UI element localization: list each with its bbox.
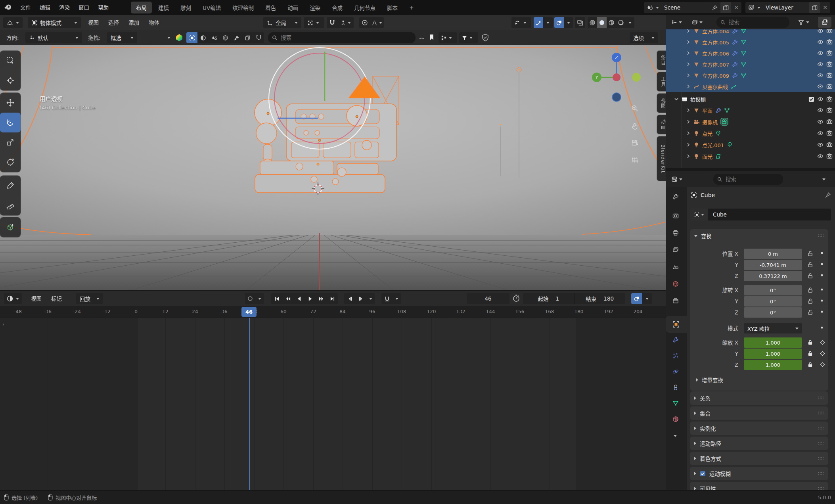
frame-step-dropdown[interactable]: [366, 293, 375, 304]
arc-icon[interactable]: [419, 34, 425, 40]
tool-cursor[interactable]: [0, 71, 21, 90]
properties-tab-material[interactable]: [672, 416, 679, 422]
proportional-falloff-dropdown[interactable]: [370, 17, 384, 28]
outliner-row[interactable]: 点光.001: [666, 139, 835, 150]
outliner-row[interactable]: 面光: [666, 151, 835, 162]
lock-closed-icon[interactable]: [807, 362, 813, 368]
workspace-tab[interactable]: 纹理绘制: [227, 2, 259, 13]
shading-wireframe-button[interactable]: [588, 17, 597, 28]
topbar-menu-item[interactable]: 窗口: [74, 0, 94, 15]
close-icon[interactable]: ✕: [734, 4, 739, 11]
properties-tab-render[interactable]: [672, 213, 679, 219]
prev-frame-button[interactable]: [344, 293, 355, 304]
properties-tab-scene[interactable]: [672, 264, 679, 270]
breadcrumb-object-name[interactable]: Cube: [701, 192, 821, 198]
timeline-overlays-dropdown[interactable]: [642, 293, 652, 304]
pin-icon[interactable]: [712, 5, 718, 11]
pan-hand-icon[interactable]: [630, 121, 640, 131]
workspace-tab[interactable]: 渲染: [305, 2, 326, 13]
channel-expand-arrow[interactable]: ›: [2, 321, 4, 327]
properties-tab-particles[interactable]: [672, 353, 679, 359]
lock-open-icon[interactable]: [807, 251, 813, 257]
properties-editor-dropdown[interactable]: [669, 174, 685, 185]
outliner-row[interactable]: 立方体.005: [666, 36, 835, 48]
next-frame-button[interactable]: [355, 293, 366, 304]
transform-value-field[interactable]: 0 m: [744, 249, 802, 259]
hierarchy-dropdown[interactable]: [439, 32, 457, 43]
collapsed-panel[interactable]: 可见性: [690, 482, 828, 490]
toggle-fluid-icon[interactable]: [209, 32, 220, 43]
transform-orientation-dropdown[interactable]: 全局: [263, 17, 301, 28]
viewport-menu-item[interactable]: 视图: [83, 15, 103, 30]
properties-tab-collection[interactable]: [672, 298, 679, 304]
toggle-world-icon[interactable]: [220, 32, 231, 43]
object-visibility-dropdown[interactable]: [511, 17, 531, 28]
outliner-item-name[interactable]: 平面: [702, 107, 712, 114]
workspace-tab[interactable]: 雕刻: [175, 2, 196, 13]
shading-rendered-button[interactable]: [616, 17, 626, 28]
transform-panel-header[interactable]: 变换: [690, 229, 828, 243]
axis-y-neg-ball[interactable]: [632, 73, 641, 82]
play-reverse-button[interactable]: [293, 293, 305, 304]
playback-dropdown[interactable]: 回放: [76, 293, 103, 304]
collapsed-panel[interactable]: 集合: [690, 406, 828, 420]
lock-open-icon[interactable]: [807, 273, 813, 279]
mode-select[interactable]: 物体模式: [28, 17, 81, 28]
properties-tab-world[interactable]: [672, 281, 679, 287]
axis-z-neg-ball[interactable]: [612, 93, 621, 102]
playhead-line[interactable]: [249, 318, 250, 490]
delta-transform-subpanel[interactable]: 增量变换: [696, 376, 723, 384]
properties-tab-tool[interactable]: [672, 194, 679, 200]
outliner-item-name[interactable]: 摄像机: [702, 118, 718, 126]
tool-scale[interactable]: [0, 132, 21, 152]
keying-dropdown[interactable]: [393, 293, 401, 304]
shading-dropdown[interactable]: [626, 17, 634, 28]
lock-open-icon[interactable]: [807, 309, 813, 315]
outliner-item-name[interactable]: 点光.001: [702, 141, 724, 149]
lock-open-icon[interactable]: [807, 262, 813, 268]
copy-scene-button[interactable]: [720, 2, 731, 13]
transform-value-field[interactable]: 1.000: [744, 360, 802, 370]
shield-icon[interactable]: [481, 34, 489, 42]
start-frame-field[interactable]: 起始 1: [523, 295, 574, 303]
properties-tab-object[interactable]: [672, 321, 680, 328]
workspace-tab[interactable]: UV编辑: [197, 2, 226, 13]
toggle-brush-icon[interactable]: [231, 32, 242, 43]
viewport-3d[interactable]: 用户透视 (46) Collection | Cube: [0, 45, 669, 290]
transform-value-field[interactable]: -0.7041 m: [744, 260, 802, 270]
tool-add-cube[interactable]: [0, 217, 21, 237]
tool-measure[interactable]: [0, 195, 21, 215]
current-frame-field[interactable]: 46: [467, 293, 509, 304]
properties-tab-object-data[interactable]: [672, 400, 679, 406]
object-name-field[interactable]: Cube: [708, 209, 831, 220]
tool-transform[interactable]: [0, 152, 21, 172]
xray-toggle[interactable]: [575, 17, 585, 28]
bookmark-icon[interactable]: [428, 34, 435, 41]
collapsed-panel[interactable]: 运动模糊: [690, 467, 828, 480]
tool-select-box[interactable]: [0, 51, 21, 71]
collapsed-panel[interactable]: 着色方式: [690, 452, 828, 465]
timeline-body[interactable]: ›: [0, 318, 669, 490]
editor-type-dropdown[interactable]: [3, 17, 23, 28]
topbar-menu-item[interactable]: 帮助: [94, 0, 113, 15]
topbar-menu-item[interactable]: 文件: [16, 0, 35, 15]
autokey-dropdown[interactable]: [255, 293, 264, 304]
viewport-menu-item[interactable]: 物体: [144, 15, 164, 30]
drag-dots-icon[interactable]: [818, 234, 824, 238]
outliner-search[interactable]: [716, 17, 789, 28]
camera-view-icon[interactable]: [630, 138, 640, 148]
transform-value-field[interactable]: 1.000: [744, 337, 802, 348]
properties-tab-view-layer[interactable]: [672, 247, 679, 253]
pin-icon[interactable]: [825, 192, 831, 198]
show-gizmo-toggle[interactable]: [534, 17, 543, 28]
orthographic-grid-icon[interactable]: [630, 155, 640, 165]
prev-keyframe-button[interactable]: [282, 293, 293, 304]
transform-value-field[interactable]: 0°: [744, 285, 802, 295]
select-box-toggle[interactable]: [186, 32, 197, 43]
collapsed-panel[interactable]: 关系: [690, 391, 828, 405]
toggle-pages-icon[interactable]: [242, 32, 253, 43]
timeline-overlays-toggle[interactable]: [631, 293, 642, 304]
outliner-row[interactable]: 立方体.007: [666, 59, 835, 70]
outliner-item-name[interactable]: 立方体.006: [702, 50, 729, 57]
shading-solid-button[interactable]: [597, 17, 607, 28]
